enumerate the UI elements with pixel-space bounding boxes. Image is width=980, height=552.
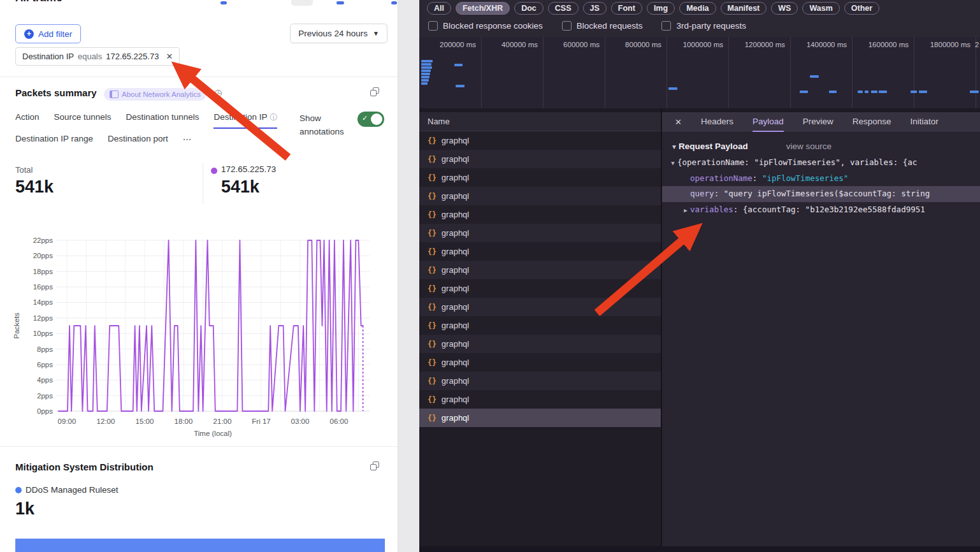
tab-destination-tunnels[interactable]: Destination tunnels <box>126 112 199 129</box>
checkbox-label: 3rd-party requests <box>676 21 746 31</box>
network-request-row[interactable]: {}graphql <box>419 187 661 205</box>
network-overview-timeline[interactable]: 200000 ms400000 ms600000 ms800000 ms1000… <box>419 37 980 109</box>
json-request-icon: {} <box>428 414 436 423</box>
network-request-row[interactable]: {}graphql <box>419 372 661 390</box>
svg-text:14pps: 14pps <box>33 298 54 306</box>
info-icon: ⓘ <box>270 113 277 122</box>
view-source-link[interactable]: view source <box>786 142 832 151</box>
json-request-icon: {} <box>428 229 436 238</box>
filter-pill-font[interactable]: Font <box>611 2 642 15</box>
request-waterfall-bar <box>421 73 430 75</box>
filter-pill-fetch-xhr[interactable]: Fetch/XHR <box>456 2 510 15</box>
network-request-row[interactable]: {}graphql <box>419 224 661 242</box>
payload-tree-line[interactable]: operationName: "ipFlowTimeseries" <box>662 171 980 187</box>
payload-tree-line[interactable]: query: "query ipFlowTimeseries($accountT… <box>662 186 980 202</box>
svg-text:0pps: 0pps <box>37 407 53 415</box>
details-tab-initiator[interactable]: Initiator <box>911 112 939 132</box>
tab--[interactable]: ⋯ <box>183 134 192 149</box>
json-request-icon: {} <box>428 247 436 256</box>
request-name: graphql <box>442 191 469 201</box>
tab-action[interactable]: Action <box>15 112 40 129</box>
network-request-row[interactable]: {}graphql <box>419 168 661 187</box>
filter-pill-doc[interactable]: Doc <box>514 2 544 15</box>
filter-pill-img[interactable]: Img <box>647 2 675 15</box>
filter-pill-js[interactable]: JS <box>583 2 607 15</box>
timeline-gridline <box>852 37 853 108</box>
payload-token: "ipFlowTimeseries" <box>762 173 848 183</box>
clipped-toolbar-fragment <box>220 1 227 4</box>
checkbox-box[interactable] <box>562 21 572 31</box>
details-tab-payload[interactable]: Payload <box>753 112 784 132</box>
filter-pill-other[interactable]: Other <box>844 2 879 15</box>
filter-chip-field: Destination IP <box>22 52 74 61</box>
filter-pill-manifest[interactable]: Manifest <box>721 2 767 15</box>
show-annotations-toggle[interactable]: ✓ <box>357 112 384 127</box>
timeline-tick-label: 400000 ms <box>501 41 538 48</box>
tree-toggle-icon[interactable]: ▶ <box>681 203 690 218</box>
request-name: graphql <box>442 339 469 349</box>
network-request-row[interactable]: {}graphql <box>419 390 661 409</box>
network-request-row[interactable]: {}graphql <box>419 409 661 427</box>
mitigation-legend-dot <box>15 487 22 493</box>
request-waterfall-bar <box>421 66 432 69</box>
details-tab-response[interactable]: Response <box>853 112 891 132</box>
filter-pill-wasm[interactable]: Wasm <box>802 2 839 15</box>
tab-destination-ip-range[interactable]: Destination IP range <box>15 134 93 149</box>
network-request-row[interactable]: {}graphql <box>419 279 661 298</box>
payload-tree-line[interactable]: ▶variables: {accountTag: "b12e3b2192ee55… <box>662 202 980 218</box>
checkbox-blocked-response-cookies[interactable]: Blocked response cookies <box>428 21 543 31</box>
add-filter-button[interactable]: + Add filter <box>15 24 81 43</box>
svg-text:12:00: 12:00 <box>97 418 115 425</box>
expand-card-icon[interactable] <box>370 461 379 470</box>
network-request-row[interactable]: {}graphql <box>419 242 661 261</box>
filter-pill-css[interactable]: CSS <box>548 2 579 15</box>
tab-destination-ip[interactable]: Destination IPⓘ <box>213 112 277 129</box>
checkbox-box[interactable] <box>661 21 671 31</box>
name-column-header[interactable]: Name <box>419 112 661 131</box>
tab-source-tunnels[interactable]: Source tunnels <box>54 112 112 129</box>
svg-text:Packets: Packets <box>13 312 20 338</box>
tab-destination-port[interactable]: Destination port <box>108 134 168 149</box>
svg-text:Time (local): Time (local) <box>194 430 232 437</box>
filter-chip[interactable]: Destination IP equals 172.65.225.73 ✕ <box>15 47 180 66</box>
filter-pill-all[interactable]: All <box>427 2 451 15</box>
checkbox-3rd-party-requests[interactable]: 3rd-party requests <box>661 21 746 31</box>
payload-token: operationName <box>690 173 753 183</box>
timeline-gridline <box>667 37 667 108</box>
about-network-analytics-badge[interactable]: About Network Analytics <box>104 88 206 101</box>
analytics-panel: All traffic + Add filter Previous 24 hou… <box>0 0 398 552</box>
svg-text:09:00: 09:00 <box>58 418 76 425</box>
details-tab-preview[interactable]: Preview <box>803 112 833 132</box>
time-range-dropdown[interactable]: Previous 24 hours ▼ <box>290 24 387 43</box>
filter-pill-media[interactable]: Media <box>679 2 716 15</box>
request-waterfall-bar <box>421 60 433 62</box>
request-waterfall-bar <box>858 91 863 93</box>
network-request-row[interactable]: {}graphql <box>419 353 661 372</box>
close-details-icon[interactable]: ✕ <box>675 117 682 127</box>
network-request-row[interactable]: {}graphql <box>419 335 661 353</box>
svg-text:4pps: 4pps <box>37 376 53 384</box>
network-request-row[interactable]: {}graphql <box>419 205 661 224</box>
filter-pill-ws[interactable]: WS <box>771 2 798 15</box>
packets-summary-title: Packets summary <box>15 87 97 98</box>
checkbox-box[interactable] <box>428 21 438 31</box>
network-request-row[interactable]: {}graphql <box>419 316 661 335</box>
network-request-row[interactable]: {}graphql <box>419 298 661 316</box>
payload-tree-line[interactable]: ▼{operationName: "ipFlowTimeseries", var… <box>662 155 980 171</box>
network-request-row[interactable]: {}graphql <box>419 261 661 279</box>
request-payload-title[interactable]: ▼Request Payload <box>671 142 748 151</box>
network-request-row[interactable]: {}graphql <box>419 131 661 150</box>
payload-tree: ▼{operationName: "ipFlowTimeseries", var… <box>662 155 980 217</box>
network-request-row[interactable]: {}graphql <box>419 150 661 168</box>
details-tab-headers[interactable]: Headers <box>701 112 733 132</box>
remove-filter-icon[interactable]: ✕ <box>166 52 173 61</box>
check-icon: ✓ <box>362 114 368 122</box>
request-name: graphql <box>442 413 469 423</box>
page-title-clipped: All traffic <box>15 0 62 4</box>
series-legend-dot <box>211 168 217 174</box>
tree-toggle-icon[interactable]: ▼ <box>668 156 677 171</box>
expand-card-icon[interactable] <box>370 87 379 96</box>
series-legend-label: 172.65.225.73 <box>221 164 276 174</box>
timeline-tick-label: 2 <box>975 41 979 48</box>
checkbox-blocked-requests[interactable]: Blocked requests <box>562 21 643 31</box>
